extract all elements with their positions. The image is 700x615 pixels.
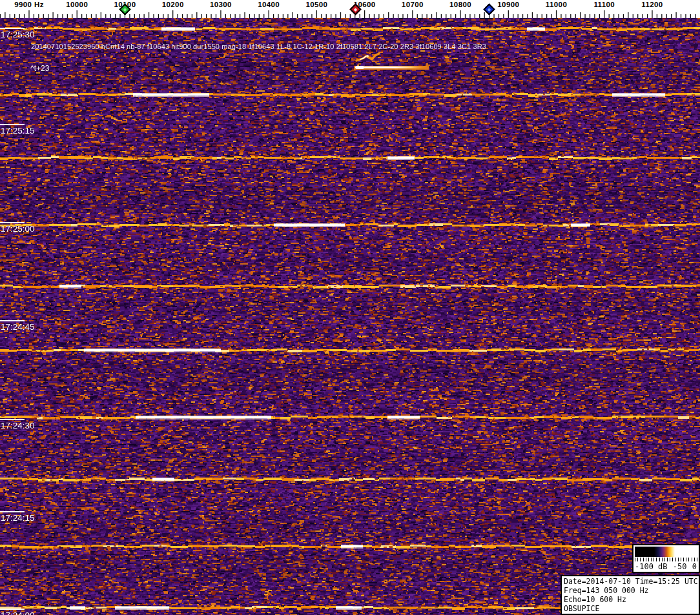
db-tick — [662, 558, 663, 561]
time-axis-tick — [0, 28, 25, 29]
freq-axis-label: 10500 — [305, 1, 327, 8]
spectrogram-canvas — [0, 18, 700, 615]
freq-marker-core — [488, 8, 491, 12]
freq-axis-label: 11100 — [593, 1, 615, 8]
db-label-max: 0 — [692, 562, 697, 571]
db-tick — [694, 558, 695, 561]
db-tick — [646, 558, 646, 561]
time-axis-tick — [0, 609, 25, 610]
time-axis-tick — [0, 511, 25, 512]
observation-info-box: Date=2014-07-10 Time=15:25 UTC Freq=143 … — [561, 575, 700, 615]
db-tick — [678, 558, 679, 561]
time-axis-label: 17:24:00 — [1, 610, 35, 615]
db-tick — [670, 558, 670, 561]
time-axis-tick — [0, 222, 25, 223]
time-axis-label: 17:25:00 — [1, 224, 35, 234]
time-axis-label: 17:25:15 — [1, 126, 35, 136]
db-tick — [692, 558, 692, 561]
db-tick — [686, 558, 686, 561]
info-echo-freq: Echo=10 600 Hz — [564, 595, 699, 604]
freq-axis-label: 11200 — [641, 1, 663, 8]
db-tick — [664, 558, 665, 561]
db-label-mid: -50 — [673, 562, 687, 571]
freq-axis-label: 10700 — [402, 1, 424, 8]
time-axis-label: 17:24:45 — [1, 322, 35, 332]
db-tick — [648, 558, 649, 561]
db-tick — [643, 558, 644, 561]
db-tick — [683, 558, 684, 561]
time-axis-label: 17:25:30 — [1, 30, 35, 39]
db-label-min: -100 dB — [635, 562, 668, 571]
db-tick — [667, 558, 668, 561]
frequency-ruler: 9900 Hz100001010010200103001040010500106… — [0, 0, 700, 18]
time-axis-tick — [0, 320, 25, 321]
detection-header-text: 20140710152523960 hCnt14 nb-87 f10643 hi… — [31, 43, 486, 50]
db-tick — [651, 558, 652, 561]
db-tick — [697, 558, 697, 561]
spectrogram-window: 9900 Hz100001010010200103001040010500106… — [0, 0, 700, 615]
freq-axis-label: 9900 Hz — [14, 1, 44, 8]
freq-axis-label: 10200 — [162, 1, 184, 8]
db-tick — [656, 558, 657, 561]
freq-axis-label: 10000 — [66, 1, 88, 8]
time-axis-label: 17:24:15 — [1, 513, 35, 523]
db-gradient-bar — [635, 547, 697, 557]
db-tick — [688, 558, 689, 561]
cursor-time-label: ^t+23 — [30, 64, 49, 73]
db-scale-legend: -100 dB -50 0 — [632, 544, 700, 573]
freq-axis-label: 10800 — [449, 1, 471, 8]
db-tick — [654, 558, 654, 561]
freq-axis-label: 10400 — [258, 1, 280, 8]
time-axis-label: 17:24:30 — [1, 421, 35, 430]
freq-axis-label: 10900 — [497, 1, 519, 8]
info-date-time: Date=2014-07-10 Time=15:25 UTC — [564, 577, 699, 586]
freq-axis-label: 11000 — [546, 1, 567, 8]
freq-marker-core — [354, 8, 358, 12]
db-tick — [672, 558, 673, 561]
db-tick — [640, 558, 641, 561]
db-tick — [637, 558, 638, 561]
db-scale-labels: -100 dB -50 0 — [635, 562, 697, 571]
db-tick — [659, 558, 660, 561]
info-frequency: Freq=143 050 000 Hz — [564, 586, 699, 595]
time-axis-tick — [0, 419, 25, 420]
db-scale-ticks — [635, 558, 697, 561]
time-axis-tick — [0, 124, 25, 125]
freq-marker-core — [123, 8, 127, 12]
info-station-name: OBSUPICE — [564, 604, 699, 613]
db-tick — [675, 558, 676, 561]
db-tick — [681, 558, 681, 561]
freq-axis-label: 10300 — [210, 1, 232, 8]
db-tick — [635, 558, 635, 561]
